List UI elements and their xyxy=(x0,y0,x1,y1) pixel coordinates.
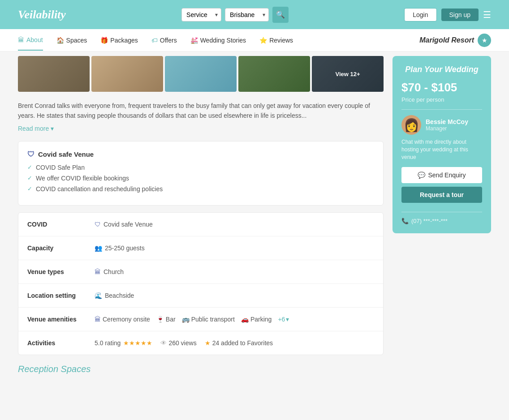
nav-item-packages-label: Packages xyxy=(110,37,138,44)
favorites-text: 24 added to Favorites xyxy=(212,339,273,347)
favorite-button[interactable]: ★ xyxy=(478,34,491,47)
detail-value-capacity: 👥 25-250 guests xyxy=(95,244,145,252)
photo-thumb-3[interactable] xyxy=(165,56,237,92)
nav-item-about-label: About xyxy=(26,36,43,43)
capacity-value-text: 25-250 guests xyxy=(105,244,145,252)
photo-thumb-2[interactable] xyxy=(91,56,163,92)
manager-avatar: 👩 xyxy=(401,115,421,135)
detail-value-location: 🌊 Beachside xyxy=(95,292,134,299)
reception-heading: Reception Spaces xyxy=(18,364,384,374)
request-tour-button[interactable]: Request a tour xyxy=(401,187,482,203)
packages-nav-icon: 🎁 xyxy=(100,37,108,44)
check-icon-1: ✓ xyxy=(27,164,32,171)
parking-icon: 🚗 xyxy=(241,316,249,323)
spaces-nav-icon: 🏠 xyxy=(56,37,64,44)
transport-icon: 🚌 xyxy=(182,316,190,323)
covid-check-1: ✓ COVID Safe Plan xyxy=(27,164,374,171)
location-select-wrap[interactable]: Brisbane xyxy=(225,8,269,21)
phone-icon: 📞 xyxy=(401,218,409,224)
amenity-ceremony: 🏛 Ceremony onsite xyxy=(95,316,150,323)
manager-name: Bessie McCoy xyxy=(426,118,468,125)
amenity-public-transport: 🚌 Public transport xyxy=(182,316,235,323)
enquiry-chat-icon: 💬 xyxy=(418,171,425,179)
signup-button[interactable]: Sign up xyxy=(441,9,479,21)
nav-item-spaces[interactable]: 🏠 Spaces xyxy=(56,30,87,50)
nav-item-about[interactable]: 🏛 About xyxy=(18,30,43,51)
ceremony-icon: 🏛 xyxy=(95,316,101,323)
covid-title: 🛡 Covid safe Venue xyxy=(27,150,374,159)
search-icon: 🔍 xyxy=(276,10,285,19)
login-button[interactable]: Login xyxy=(404,8,436,21)
offers-nav-icon: 🏷 xyxy=(151,37,158,44)
location-value-text: Beachside xyxy=(105,292,134,299)
covid-item-3: COVID cancellation and rescheduling poli… xyxy=(36,185,163,193)
detail-label-activities: Activities xyxy=(27,339,95,347)
nav-item-spaces-label: Spaces xyxy=(66,37,87,44)
covid-check-2: ✓ We offer COVID flexible bookings xyxy=(27,175,374,182)
amenities-more-label: +6 xyxy=(278,316,285,323)
detail-row-amenities: Venue amenities 🏛 Ceremony onsite 🍷 Bar … xyxy=(18,308,383,331)
reviews-nav-icon: ⭐ xyxy=(259,37,267,44)
description-text: Brent Conrad talks with everyone from, f… xyxy=(18,101,384,121)
detail-row-covid: COVID 🛡 Covid safe Venue xyxy=(18,213,383,236)
plan-title: Plan Your Wedding xyxy=(401,65,482,74)
venue-type-text: Church xyxy=(104,268,124,275)
covid-item-2: We offer COVID flexible bookings xyxy=(36,175,129,182)
nav-item-offers[interactable]: 🏷 Offers xyxy=(151,30,177,50)
location-select[interactable]: Brisbane xyxy=(225,8,269,21)
photo-strip: View 12+ xyxy=(18,51,384,92)
nav-item-reviews[interactable]: ⭐ Reviews xyxy=(259,30,293,50)
detail-value-covid: 🛡 Covid safe Venue xyxy=(95,221,153,228)
nav-item-wedding-stories[interactable]: 💒 Wedding Stories xyxy=(190,30,246,50)
view-more-label: View 12+ xyxy=(335,71,360,77)
service-select-wrap[interactable]: Service xyxy=(181,8,221,21)
photo-thumb-5[interactable]: View 12+ xyxy=(312,56,384,92)
left-column: View 12+ Brent Conrad talks with everyon… xyxy=(18,51,384,374)
send-enquiry-button[interactable]: 💬 Send Enquiry xyxy=(401,167,482,183)
photo-thumb-1[interactable] xyxy=(18,56,90,92)
avatar-emoji: 👩 xyxy=(404,118,419,133)
wedding-stories-nav-icon: 💒 xyxy=(190,37,198,44)
header-search-area: Service Brisbane 🔍 xyxy=(181,7,289,23)
view-more-overlay[interactable]: View 12+ xyxy=(312,56,384,92)
covid-section: 🛡 Covid safe Venue ✓ COVID Safe Plan ✓ W… xyxy=(18,141,384,206)
amenity-parking-label: Parking xyxy=(250,316,272,323)
read-more-button[interactable]: Read more ▾ xyxy=(18,125,54,132)
nav-item-reviews-label: Reviews xyxy=(269,37,293,44)
main-content: View 12+ Brent Conrad talks with everyon… xyxy=(0,51,509,392)
venue-name: Marigold Resort xyxy=(419,36,474,44)
nav-item-packages[interactable]: 🎁 Packages xyxy=(100,30,138,50)
amenities-chevron-icon: ▾ xyxy=(286,316,289,323)
detail-label-covid: COVID xyxy=(27,221,95,228)
detail-value-venue-types: 🏛 Church xyxy=(95,268,124,275)
read-more-label: Read more xyxy=(18,125,49,132)
views-item: 👁 260 views xyxy=(160,339,196,347)
amenity-parking: 🚗 Parking xyxy=(241,316,272,323)
hamburger-menu-icon[interactable]: ☰ xyxy=(483,9,491,20)
detail-label-venue-types: Venue types xyxy=(27,268,95,275)
nav-item-offers-label: Offers xyxy=(160,37,177,44)
location-icon: 🌊 xyxy=(95,292,102,299)
navigation: 🏛 About 🏠 Spaces 🎁 Packages 🏷 Offers 💒 W… xyxy=(0,29,509,51)
amenity-bar-label: Bar xyxy=(166,316,176,323)
bar-icon: 🍷 xyxy=(156,316,164,323)
manager-info: Bessie McCoy Manager xyxy=(426,118,468,132)
nav-venue-info: Marigold Resort ★ xyxy=(419,34,491,47)
chat-text: Chat with me directly about hosting your… xyxy=(401,138,482,161)
panel-divider-2 xyxy=(401,212,482,212)
photo-thumb-4[interactable] xyxy=(238,56,310,92)
detail-value-amenities: 🏛 Ceremony onsite 🍷 Bar 🚌 Public transpo… xyxy=(95,316,289,323)
amenity-transport-label: Public transport xyxy=(191,316,235,323)
detail-label-amenities: Venue amenities xyxy=(27,316,95,323)
phone-row: 📞 (07) ***-***-*** xyxy=(401,218,482,224)
phone-number: (07) ***-***-*** xyxy=(411,218,448,224)
detail-row-capacity: Capacity 👥 25-250 guests xyxy=(18,236,383,260)
rating-text: 5.0 rating xyxy=(95,339,121,347)
nav-items: 🏛 About 🏠 Spaces 🎁 Packages 🏷 Offers 💒 W… xyxy=(18,30,419,51)
search-button[interactable]: 🔍 xyxy=(272,7,289,23)
about-nav-icon: 🏛 xyxy=(18,36,24,43)
plan-panel: Plan Your Wedding $70 - $105 Price per p… xyxy=(393,56,491,233)
service-select[interactable]: Service xyxy=(181,8,221,21)
manager-role: Manager xyxy=(426,125,468,132)
amenities-more-button[interactable]: +6 ▾ xyxy=(278,316,289,323)
